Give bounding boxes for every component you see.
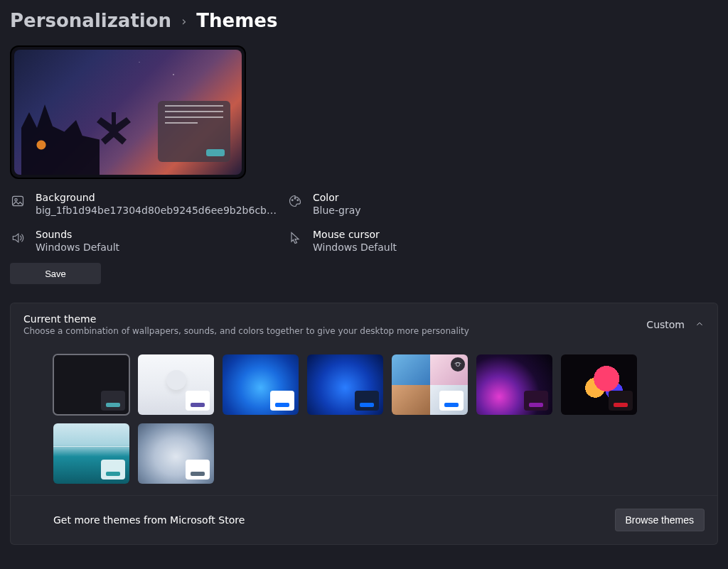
- detail-background-label: Background: [36, 192, 277, 203]
- theme-accent-swatch: [609, 391, 633, 411]
- detail-cursor-value: Windows Default: [313, 242, 397, 253]
- detail-color[interactable]: Color Blue-gray: [287, 192, 557, 216]
- palette-icon: [287, 193, 303, 209]
- detail-background-value: big_1fb1d94be17304d80eb9245d6ee9b2b6cbb8…: [36, 205, 277, 216]
- theme-tile-windows-light[interactable]: [223, 354, 299, 415]
- detail-color-value: Blue-gray: [313, 205, 361, 216]
- picture-icon: [10, 193, 26, 209]
- chevron-up-icon: [695, 319, 705, 331]
- breadcrumb-current: Themes: [196, 10, 277, 31]
- breadcrumb-parent[interactable]: Personalization: [10, 10, 171, 31]
- browse-themes-button[interactable]: Browse themes: [615, 509, 705, 531]
- detail-cursor[interactable]: Mouse cursor Windows Default: [287, 229, 557, 253]
- theme-accent-swatch: [439, 391, 464, 411]
- theme-tile-flow[interactable]: [138, 423, 214, 484]
- detail-background[interactable]: Background big_1fb1d94be17304d80eb9245d6…: [10, 192, 280, 216]
- detail-cursor-label: Mouse cursor: [313, 229, 397, 240]
- theme-tile-custom[interactable]: [53, 354, 129, 415]
- save-button[interactable]: Save: [10, 263, 101, 284]
- theme-footer: Get more themes from Microsoft Store Bro…: [11, 495, 717, 544]
- detail-color-label: Color: [313, 192, 361, 203]
- breadcrumb: Personalization › Themes: [0, 0, 728, 41]
- svg-point-5: [456, 363, 460, 367]
- current-theme-card: Current theme Choose a combination of wa…: [10, 303, 718, 545]
- detail-sounds-value: Windows Default: [36, 242, 119, 253]
- theme-preview-window: [158, 101, 230, 162]
- theme-preview-wallpaper: [14, 50, 242, 175]
- spotlight-icon: [451, 357, 465, 372]
- current-theme-title: Current theme: [23, 313, 469, 325]
- current-theme-value: Custom: [646, 319, 685, 330]
- detail-sounds-label: Sounds: [36, 229, 119, 240]
- theme-grid: [11, 346, 679, 488]
- theme-accent-swatch: [524, 391, 548, 411]
- theme-accent-swatch: [355, 391, 379, 411]
- theme-tile-sunrise[interactable]: [53, 423, 129, 484]
- theme-tile-light[interactable]: [138, 354, 214, 415]
- detail-sounds[interactable]: Sounds Windows Default: [10, 229, 280, 253]
- theme-preview: [10, 45, 246, 179]
- current-theme-header[interactable]: Current theme Choose a combination of wa…: [11, 303, 717, 346]
- more-themes-label: Get more themes from Microsoft Store: [53, 514, 245, 526]
- svg-point-1: [15, 199, 17, 201]
- theme-accent-swatch: [186, 391, 210, 411]
- chevron-right-icon: ›: [181, 13, 186, 28]
- theme-tile-captured-motion[interactable]: [561, 354, 637, 415]
- svg-point-3: [294, 197, 296, 199]
- theme-accent-swatch: [101, 460, 125, 479]
- svg-point-2: [291, 200, 293, 201]
- theme-accent-swatch: [270, 391, 294, 411]
- theme-details: Background big_1fb1d94be17304d80eb9245d6…: [10, 192, 728, 253]
- theme-tile-windows-dark[interactable]: [307, 354, 383, 415]
- theme-tile-spotlight[interactable]: [392, 354, 468, 415]
- current-theme-subtitle: Choose a combination of wallpapers, soun…: [23, 326, 469, 336]
- speaker-icon: [10, 230, 26, 246]
- svg-point-4: [297, 200, 299, 201]
- svg-rect-0: [13, 196, 23, 205]
- theme-tile-glow[interactable]: [476, 354, 552, 415]
- cursor-icon: [287, 230, 303, 246]
- theme-accent-swatch: [101, 391, 125, 411]
- theme-accent-swatch: [186, 460, 210, 479]
